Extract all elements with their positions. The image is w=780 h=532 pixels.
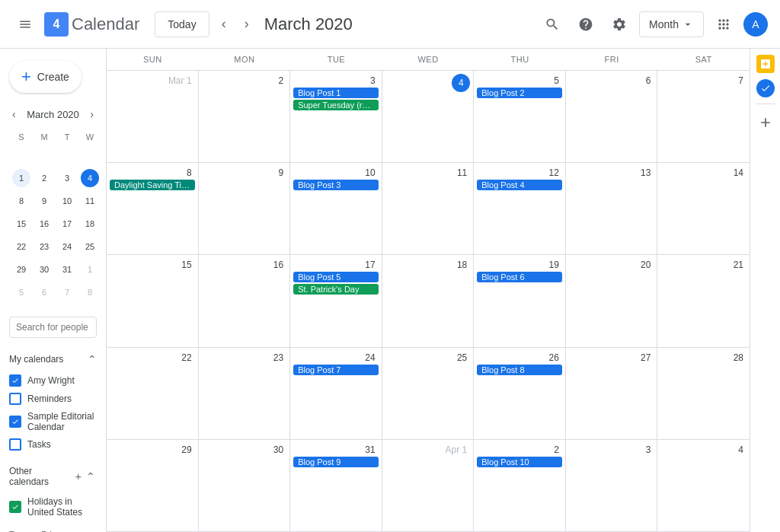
other-calendar-item[interactable]: Holidays in United States [0,493,106,521]
cal-cell[interactable]: 2 [199,71,291,162]
cal-cell[interactable]: 22 [107,348,199,439]
cal-cell[interactable]: 28 [657,348,750,439]
my-calendars-header[interactable]: My calendars ⌃ [0,347,106,371]
cal-cell[interactable]: 14 [657,163,750,254]
next-month-button[interactable]: › [238,10,255,38]
cal-cell[interactable]: 29 [107,440,199,531]
right-panel-icon2[interactable] [756,79,775,97]
cal-cell[interactable]: 16 [199,255,291,346]
cal-cell[interactable]: 9 [199,163,291,254]
cal-cell[interactable]: 6 [566,71,658,162]
cal-cell[interactable]: 5Blog Post 2 [474,71,566,162]
mini-day-number[interactable]: 7 [58,283,76,301]
cal-cell[interactable]: 27 [566,348,658,439]
event-chip[interactable]: Blog Post 5 [293,272,379,282]
create-button[interactable]: + Create [9,61,82,93]
calendar-item[interactable]: Amy Wright [0,371,106,390]
people-search-input[interactable] [9,317,97,338]
cal-cell[interactable]: 20 [566,255,658,346]
mini-day-number[interactable]: 8 [12,192,30,210]
right-panel-add-button[interactable] [753,110,778,135]
other-calendar-checkbox[interactable] [9,501,21,513]
mini-day-number[interactable]: 24 [58,237,76,256]
cal-cell[interactable]: Apr 1 [382,440,475,531]
settings-button[interactable] [606,11,633,38]
mini-day-number[interactable]: 2 [35,169,53,187]
other-calendars-toggle[interactable]: ⌃ [85,469,97,484]
calendar-item[interactable]: Reminders [0,390,106,408]
cal-cell[interactable]: 17Blog Post 5St. Patrick's Day [290,255,382,346]
mini-day-number[interactable]: 17 [58,215,76,233]
cal-cell[interactable]: 4 [382,71,475,162]
add-other-calendar-button[interactable]: + [74,469,83,484]
cal-cell[interactable]: 26Blog Post 8 [474,348,566,439]
search-button[interactable] [539,11,566,38]
mini-day-number[interactable]: 29 [12,260,30,279]
apps-button[interactable] [710,11,737,38]
mini-day-number[interactable]: 1 [12,169,30,187]
cal-cell[interactable]: 15 [107,255,199,346]
event-chip[interactable]: Blog Post 3 [293,180,379,190]
cal-cell[interactable]: 24Blog Post 7 [290,348,382,439]
mini-day-number[interactable]: 11 [81,192,99,210]
mini-day-number[interactable]: 23 [35,237,53,256]
cal-cell[interactable]: 3Blog Post 1Super Tuesday (regional holi… [290,71,382,162]
event-chip[interactable]: Blog Post 8 [477,365,562,375]
my-calendars-toggle[interactable]: ⌃ [88,353,97,365]
mini-day-number[interactable]: 8 [81,283,99,301]
mini-day-number[interactable]: 31 [58,260,76,279]
mini-day-number[interactable]: 15 [12,215,30,233]
mini-day-number[interactable]: 3 [58,169,76,187]
cal-cell[interactable]: 3 [566,440,658,531]
cal-cell[interactable]: 11 [382,163,475,254]
event-chip[interactable]: Super Tuesday (regional holiday) [293,100,379,110]
event-chip[interactable]: Blog Post 2 [477,88,562,98]
calendar-checkbox[interactable] [9,374,21,387]
cal-cell[interactable]: 4 [657,440,750,531]
event-chip[interactable]: Blog Post 6 [477,272,562,282]
right-panel-icon1[interactable] [756,55,775,73]
mini-day-number[interactable]: 10 [58,192,76,210]
mini-day-number[interactable]: 18 [81,215,99,233]
cal-cell[interactable]: 10Blog Post 3 [290,163,382,254]
mini-day-number[interactable]: 9 [35,192,53,210]
prev-month-button[interactable]: ‹ [216,10,232,38]
event-chip[interactable]: Blog Post 7 [293,365,379,375]
cal-cell[interactable]: 8Daylight Saving Time starts [107,163,199,254]
cal-cell[interactable]: 18 [382,255,475,346]
calendar-checkbox[interactable] [9,393,21,405]
mini-day-number[interactable]: 25 [81,237,99,256]
mini-day-number[interactable]: 5 [12,283,30,301]
cal-cell[interactable]: 12Blog Post 4 [474,163,566,254]
mini-day-number[interactable]: 22 [12,237,30,256]
calendar-item[interactable]: Sample Editorial Calendar [0,408,106,435]
calendar-item[interactable]: Tasks [0,435,106,454]
mini-day-number[interactable]: 6 [35,283,53,301]
today-button[interactable]: Today [155,11,209,37]
event-chip[interactable]: Blog Post 9 [293,457,379,467]
cal-cell[interactable]: 30 [199,440,291,531]
event-chip[interactable]: Daylight Saving Time starts [110,180,195,190]
mini-day-number[interactable]: 16 [35,215,53,233]
event-chip[interactable]: Blog Post 1 [293,88,379,98]
cal-cell[interactable]: 13 [566,163,658,254]
calendar-checkbox[interactable] [9,438,21,451]
mini-day-number[interactable]: 1 [81,260,99,279]
cal-cell[interactable]: 25 [382,348,475,439]
avatar[interactable]: A [743,12,768,37]
cal-cell[interactable]: 2Blog Post 10 [474,440,566,531]
view-selector[interactable]: Month [639,11,704,37]
event-chip[interactable]: Blog Post 4 [477,180,562,190]
cal-cell[interactable]: 23 [199,348,291,439]
mini-next-button[interactable]: › [87,105,97,123]
mini-day-number[interactable]: 4 [81,169,99,187]
mini-prev-button[interactable]: ‹ [9,105,19,123]
event-chip[interactable]: Blog Post 10 [477,457,562,467]
help-button[interactable] [572,11,599,38]
calendar-checkbox[interactable] [9,416,21,428]
hamburger-button[interactable] [12,11,38,37]
cal-cell[interactable]: 19Blog Post 6 [474,255,566,346]
cal-cell[interactable]: 21 [657,255,750,346]
cal-cell[interactable]: Mar 1 [107,71,199,162]
cal-cell[interactable]: 31Blog Post 9 [290,440,382,531]
